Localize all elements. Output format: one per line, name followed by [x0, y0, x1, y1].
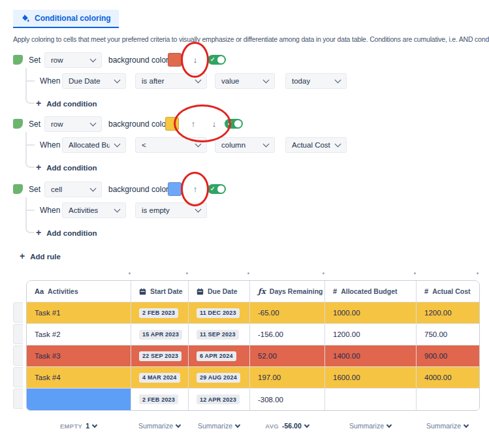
row-drag-handle[interactable]	[13, 389, 23, 409]
cell-actual-cost[interactable]: 750.00	[417, 324, 479, 345]
cell-start-date[interactable]: 4 MAR 2024	[131, 367, 189, 388]
rule-2-move-down-button[interactable]: ↓	[209, 116, 219, 132]
summary-due-date[interactable]: Summarize	[188, 419, 249, 432]
add-rule-button[interactable]: + Add rule	[20, 251, 61, 262]
when-label: When	[40, 73, 60, 89]
rule-2-move-up-button[interactable]: ↑	[188, 116, 198, 132]
cell-activities[interactable]: Task #3	[27, 345, 131, 366]
cell-due-date[interactable]: 11 SEP 2023	[189, 324, 250, 345]
cell-start-date[interactable]: 2 FEB 2023	[131, 302, 189, 323]
cell-allocated-budget[interactable]: 1200.00	[325, 324, 417, 345]
table-row: Task #4 4 MAR 2024 29 AUG 2024 197.00 16…	[27, 367, 479, 389]
rule-1-field-select[interactable]: Due Date	[62, 73, 126, 89]
column-header-actual-cost[interactable]: # Actual Cost	[417, 281, 479, 302]
rule-3-operator-select[interactable]: is empty	[135, 202, 207, 218]
table-row: Task #3 22 SEP 2023 6 APR 2024 52.00 140…	[27, 345, 479, 367]
summary-allocated-budget[interactable]: Summarize	[324, 419, 416, 432]
cell-actual-cost[interactable]: 4000.00	[417, 367, 479, 388]
cell-due-date[interactable]: 6 APR 2024	[189, 345, 250, 366]
rule-drag-handle-icon[interactable]	[13, 119, 23, 129]
rule-1-compare-type-select[interactable]: value	[215, 73, 275, 89]
row-drag-handle[interactable]	[13, 367, 23, 387]
rule-2-value-select[interactable]: Actual Cost	[285, 137, 347, 153]
cell-start-date[interactable]: 22 SEP 2023	[131, 345, 189, 366]
cell-start-date[interactable]: 2 FEB 2023	[131, 389, 189, 410]
rule-3-color-swatch[interactable]	[168, 182, 181, 196]
summary-actual-cost[interactable]: Summarize	[416, 419, 479, 432]
rule-1-operator-select[interactable]: is after	[135, 73, 207, 89]
date-badge: 12 APR 2023	[197, 394, 240, 404]
rule-1-target-select[interactable]: row	[44, 52, 102, 68]
rule-2-field-select[interactable]: Allocated Bu...	[62, 137, 126, 153]
tab-conditional-coloring[interactable]: Conditional coloring	[13, 10, 119, 28]
cell-days-remaining[interactable]: -156.00	[250, 324, 325, 345]
rule-3-target-select[interactable]: cell	[44, 182, 102, 197]
cell-activities[interactable]: Task #4	[27, 367, 131, 388]
column-resize-handle[interactable]	[414, 272, 416, 274]
rule-2-operator-select[interactable]: <	[135, 137, 207, 153]
row-drag-handle[interactable]	[13, 302, 23, 323]
cell-activities[interactable]: Task #2	[27, 324, 131, 345]
cell-days-remaining[interactable]: 52.00	[250, 345, 325, 366]
column-header-activities[interactable]: Aa Activities	[27, 281, 131, 302]
cell-start-date[interactable]: 15 APR 2023	[131, 324, 189, 345]
cell-actual-cost[interactable]	[417, 389, 479, 410]
rule-2-target-select[interactable]: row	[44, 116, 102, 132]
rule-3-field-select[interactable]: Activities	[62, 202, 126, 218]
column-resize-handle[interactable]	[247, 272, 249, 274]
cell-allocated-budget[interactable]: 1400.00	[325, 345, 417, 366]
cell-days-remaining[interactable]: -65.00	[250, 302, 325, 323]
summary-start-date[interactable]: Summarize	[131, 419, 188, 432]
cell-activities[interactable]: Task #1	[27, 302, 131, 323]
cell-days-remaining[interactable]: -308.00	[250, 389, 325, 410]
rule-1-add-condition-button[interactable]: + Add condition	[36, 98, 97, 109]
summary-days-remaining[interactable]: AVG -56.00	[249, 419, 324, 432]
row-drag-handle[interactable]	[13, 324, 23, 344]
rule-drag-handle-icon[interactable]	[13, 55, 23, 65]
summary-activities[interactable]: EMPTY 1	[26, 419, 131, 432]
rule-1-move-down-button[interactable]: ↓	[190, 52, 200, 68]
chevron-down-icon	[114, 206, 121, 212]
cell-allocated-budget[interactable]: 1000.00	[325, 302, 417, 323]
column-header-allocated-budget[interactable]: # Allocated Budget	[325, 281, 417, 302]
chevron-down-icon	[235, 422, 240, 427]
rule-drag-handle-icon[interactable]	[13, 184, 23, 194]
table-row: Task #1 2 FEB 2023 11 DEC 2023 -65.00 10…	[27, 302, 479, 324]
chevron-down-icon	[90, 185, 97, 191]
cell-due-date[interactable]: 11 DEC 2023	[189, 302, 250, 323]
chevron-down-icon	[386, 422, 392, 427]
column-resize-handle[interactable]	[129, 272, 131, 274]
chevron-down-icon	[114, 140, 121, 147]
cell-actual-cost[interactable]: 900.00	[417, 345, 479, 366]
rule-1-enabled-toggle[interactable]: ✓	[208, 55, 226, 65]
cell-actual-cost[interactable]: 1200.00	[417, 302, 479, 323]
column-header-start-date[interactable]: Start Date	[131, 281, 189, 302]
cell-days-remaining[interactable]: 197.00	[250, 367, 325, 388]
column-resize-handle[interactable]	[477, 272, 479, 274]
rule-3-add-condition-button[interactable]: + Add condition	[36, 227, 97, 238]
chevron-down-icon	[90, 120, 97, 126]
rule-2-color-swatch[interactable]	[165, 117, 179, 131]
column-resize-handle[interactable]	[323, 272, 324, 274]
rule-2-add-condition-button[interactable]: + Add condition	[36, 162, 97, 173]
rule-1-set-row: Set row background color to ↓ ✓	[0, 52, 489, 68]
cell-due-date[interactable]: 12 APR 2023	[189, 389, 250, 410]
column-header-days-remaining[interactable]: ƒx Days Remaining	[250, 281, 325, 302]
rule-2-set-row: Set row background color to ↑ ↓ ✓	[0, 116, 489, 132]
when-label: When	[40, 202, 60, 218]
when-label: When	[40, 137, 60, 153]
rule-1-color-swatch[interactable]	[168, 53, 181, 67]
cell-activities-empty[interactable]	[27, 389, 131, 410]
rule-2-enabled-toggle[interactable]: ✓	[225, 119, 243, 129]
cell-allocated-budget[interactable]: 1600.00	[325, 367, 417, 388]
rule-3-move-up-button[interactable]: ↑	[190, 182, 200, 197]
column-header-due-date[interactable]: Due Date	[189, 281, 250, 302]
cell-due-date[interactable]: 29 AUG 2024	[189, 367, 250, 388]
rule-2-compare-type-select[interactable]: column	[215, 137, 275, 153]
rule-3-enabled-toggle[interactable]: ✓	[208, 184, 226, 194]
cell-allocated-budget[interactable]	[325, 389, 417, 410]
date-badge: 11 DEC 2023	[197, 308, 240, 318]
rule-1-value-select[interactable]: today	[285, 73, 347, 89]
column-resize-handle[interactable]	[186, 272, 188, 274]
row-drag-handle[interactable]	[13, 345, 23, 366]
